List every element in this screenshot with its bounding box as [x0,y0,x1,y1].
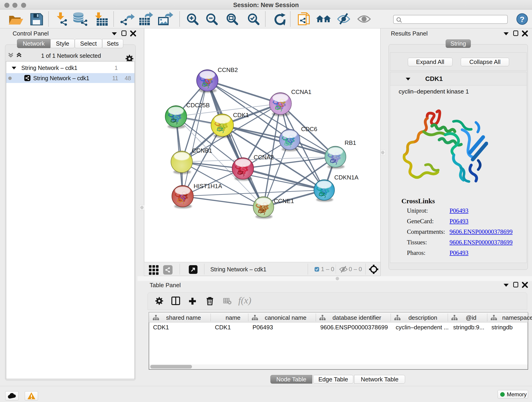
svg-text:CCNA2: CCNA2 [254,154,274,161]
svg-text:CCNA1: CCNA1 [291,89,311,95]
svg-text:CCNB2: CCNB2 [218,66,238,73]
svg-text:CCNB1: CCNB1 [192,147,212,154]
svg-text:CCNE1: CCNE1 [274,198,294,204]
svg-text:CDKN1A: CDKN1A [334,174,359,181]
svg-text:RB1: RB1 [345,139,356,146]
svg-text:CDK1: CDK1 [233,112,249,119]
svg-text:HIST1H1A: HIST1H1A [194,183,222,190]
svg-text:CDC25B: CDC25B [186,102,210,109]
svg-text:CDC6: CDC6 [301,126,317,133]
